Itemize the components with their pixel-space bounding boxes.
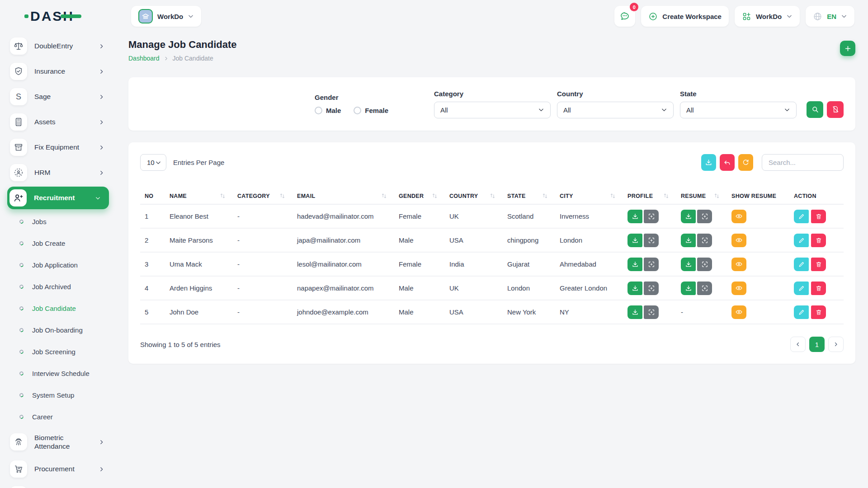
profile-download-button[interactable] <box>627 210 642 223</box>
sidebar-item-insurance[interactable]: Insurance <box>0 59 116 84</box>
sidebar-subitem-job-archived[interactable]: Job Archived <box>0 276 116 297</box>
scan-plus-icon <box>648 261 655 268</box>
sidebar-subitem-career[interactable]: Career <box>0 406 116 427</box>
search-icon <box>811 105 819 113</box>
col-state[interactable]: STATE <box>503 188 555 204</box>
show-resume-button[interactable] <box>731 282 746 295</box>
sidebar-item-procurement[interactable]: Procurement <box>0 456 116 482</box>
apply-filter-button[interactable] <box>807 101 823 118</box>
pagination-next-button[interactable] <box>828 337 844 352</box>
col-name[interactable]: NAME <box>165 188 233 204</box>
col-gender[interactable]: GENDER <box>394 188 445 204</box>
state-select[interactable]: All <box>680 102 797 118</box>
gender-male-option[interactable]: Male <box>315 107 341 114</box>
sidebar-subitem-interview-schedule[interactable]: Interview Schedule <box>0 362 116 384</box>
sort-icon[interactable] <box>381 193 387 199</box>
profile-preview-button[interactable] <box>644 234 659 247</box>
sidebar-subitem-job-screening[interactable]: Job Screening <box>0 341 116 362</box>
profile-download-button[interactable] <box>627 234 642 247</box>
sidebar-item-recruitment-active[interactable]: Recruitment <box>7 187 109 209</box>
sidebar-item-fix-equipment[interactable]: Fix Equipment <box>0 135 116 160</box>
col-resume[interactable]: RESUME <box>676 188 727 204</box>
sidebar-subitem-system-setup[interactable]: System Setup <box>0 384 116 406</box>
country-select[interactable]: All <box>557 102 674 118</box>
delete-button[interactable] <box>811 210 826 223</box>
refresh-button[interactable] <box>738 154 753 171</box>
resume-preview-button[interactable] <box>697 258 712 271</box>
profile-preview-button[interactable] <box>644 258 659 271</box>
sort-icon[interactable] <box>542 193 548 199</box>
sidebar-subitem-job-create[interactable]: Job Create <box>0 232 116 254</box>
profile-preview-button[interactable] <box>644 282 659 295</box>
table-search-input[interactable] <box>762 154 844 171</box>
sort-icon[interactable] <box>279 193 285 199</box>
sidebar-item-hrm[interactable]: HRM <box>0 160 116 185</box>
sidebar-subitem-label: Interview Schedule <box>32 370 90 377</box>
radio-female[interactable] <box>354 107 361 114</box>
page-size-select[interactable]: 10 <box>140 154 166 171</box>
sort-icon[interactable] <box>663 193 669 199</box>
resume-preview-button[interactable] <box>697 234 712 247</box>
profile-download-button[interactable] <box>627 258 642 271</box>
delete-button[interactable] <box>811 258 826 271</box>
resume-download-button[interactable] <box>681 210 696 223</box>
sidebar-subitem-job-onboarding[interactable]: Job On-boarding <box>0 319 116 341</box>
delete-button[interactable] <box>811 282 826 295</box>
show-resume-button[interactable] <box>731 234 746 247</box>
profile-preview-button[interactable] <box>644 305 659 319</box>
delete-button[interactable] <box>811 234 826 247</box>
sort-icon[interactable] <box>610 193 616 199</box>
show-resume-button[interactable] <box>731 210 746 223</box>
radio-male[interactable] <box>315 107 322 114</box>
resume-preview-button[interactable] <box>697 210 712 223</box>
category-select[interactable]: All <box>434 102 551 118</box>
col-email[interactable]: EMAIL <box>292 188 394 204</box>
create-workspace-button[interactable]: Create Workspace <box>641 6 729 27</box>
col-category[interactable]: CATEGORY <box>233 188 292 204</box>
show-resume-button[interactable] <box>731 305 746 319</box>
sidebar-item-assets[interactable]: Assets <box>0 109 116 135</box>
edit-button[interactable] <box>794 282 809 295</box>
sort-icon[interactable] <box>714 193 720 199</box>
resume-preview-button[interactable] <box>697 282 712 295</box>
workspace-selector[interactable]: WorkDo <box>131 6 201 27</box>
edit-button[interactable] <box>794 234 809 247</box>
delete-button[interactable] <box>811 305 826 319</box>
show-resume-button[interactable] <box>731 258 746 271</box>
resume-download-button[interactable] <box>681 282 696 295</box>
pagination-page-1-button[interactable]: 1 <box>809 337 825 352</box>
download-icon <box>632 285 639 292</box>
sort-icon[interactable] <box>432 193 438 199</box>
sidebar-subitem-job-candidate-active[interactable]: Job Candidate <box>0 297 116 319</box>
sidebar-subitem-jobs[interactable]: Jobs <box>0 211 116 232</box>
profile-download-button[interactable] <box>627 305 642 319</box>
undo-button[interactable] <box>720 154 735 171</box>
language-dropdown[interactable]: EN <box>806 6 854 27</box>
edit-button[interactable] <box>794 305 809 319</box>
resume-download-button[interactable] <box>681 234 696 247</box>
export-button[interactable] <box>701 154 716 171</box>
col-profile[interactable]: PROFILE <box>623 188 676 204</box>
col-city[interactable]: CITY <box>555 188 623 204</box>
col-country[interactable]: COUNTRY <box>445 188 503 204</box>
profile-preview-button[interactable] <box>644 210 659 223</box>
breadcrumb-dashboard-link[interactable]: Dashboard <box>128 55 160 62</box>
messages-button[interactable]: 0 <box>614 6 635 27</box>
edit-button[interactable] <box>794 210 809 223</box>
sidebar-item-sage[interactable]: S Sage <box>0 84 116 109</box>
sidebar-item-biometric-attendance[interactable]: Biometric Attendance <box>0 427 116 456</box>
resume-download-button[interactable] <box>681 258 696 271</box>
dash-logo[interactable]: DASH <box>30 9 74 24</box>
app-menu-dropdown[interactable]: WorkDo <box>735 6 800 27</box>
sort-icon[interactable] <box>220 193 226 199</box>
gender-female-option[interactable]: Female <box>354 107 388 114</box>
edit-button[interactable] <box>794 258 809 271</box>
reset-filter-button[interactable] <box>827 101 844 118</box>
pagination-prev-button[interactable] <box>790 337 806 352</box>
profile-download-button[interactable] <box>627 282 642 295</box>
sidebar-item-doubleentry[interactable]: DoubleEntry <box>0 33 116 59</box>
sidebar-subitem-job-application[interactable]: Job Application <box>0 254 116 276</box>
cell-name: Maite Parsons <box>165 228 233 252</box>
sort-icon[interactable] <box>490 193 495 199</box>
add-candidate-button[interactable] <box>840 41 855 56</box>
